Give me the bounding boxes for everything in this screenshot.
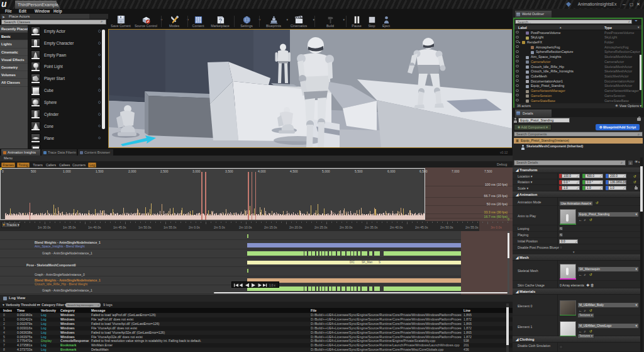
svg-text:1.0 x: 1.0 x xyxy=(269,284,276,287)
